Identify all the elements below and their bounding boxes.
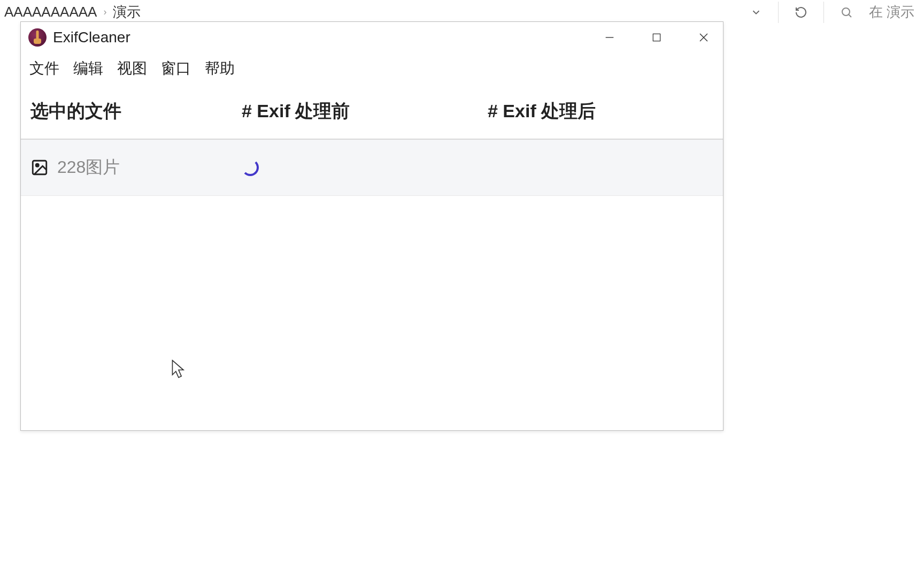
table-row[interactable]: 228图片 xyxy=(21,140,723,196)
exif-before-cell xyxy=(242,159,488,176)
app-window: ExifCleaner 文件 编辑 视图 窗口 xyxy=(20,21,723,431)
loading-spinner-icon xyxy=(242,159,259,176)
image-icon xyxy=(30,158,49,177)
svg-point-0 xyxy=(842,8,850,16)
menu-edit[interactable]: 编辑 xyxy=(73,58,103,79)
app-title: ExifCleaner xyxy=(53,29,602,46)
breadcrumb-segment[interactable]: 演示 xyxy=(113,3,141,21)
table-header: 选中的文件 # Exif 处理前 # Exif 处理后 xyxy=(21,88,723,140)
svg-rect-3 xyxy=(653,34,660,41)
svg-line-1 xyxy=(849,14,851,17)
chevron-right-icon: › xyxy=(103,6,106,18)
search-input[interactable]: 在 演示 xyxy=(869,3,914,21)
breadcrumb-segment[interactable]: AAAAAAAAAA xyxy=(4,4,97,20)
maximize-button[interactable] xyxy=(649,30,664,45)
file-table: 选中的文件 # Exif 处理前 # Exif 处理后 228图片 xyxy=(21,88,723,196)
titlebar[interactable]: ExifCleaner xyxy=(21,22,723,53)
window-controls xyxy=(602,30,715,45)
menu-help[interactable]: 帮助 xyxy=(205,58,235,79)
column-header-selected-files[interactable]: 选中的文件 xyxy=(30,99,242,124)
menu-file[interactable]: 文件 xyxy=(29,58,59,79)
minimize-button[interactable] xyxy=(602,30,617,45)
menu-window[interactable]: 窗口 xyxy=(161,58,191,79)
refresh-icon[interactable] xyxy=(795,6,807,19)
close-button[interactable] xyxy=(696,30,711,45)
menubar: 文件 编辑 视图 窗口 帮助 xyxy=(21,53,723,88)
search-icon[interactable] xyxy=(840,6,853,19)
divider xyxy=(778,2,779,23)
explorer-address-bar: AAAAAAAAAA › 演示 在 演示 xyxy=(0,0,924,24)
column-header-exif-before[interactable]: # Exif 处理前 xyxy=(242,99,488,124)
breadcrumb[interactable]: AAAAAAAAAA › 演示 xyxy=(4,3,750,21)
chevron-down-icon[interactable] xyxy=(750,6,762,18)
file-name: 228图片 xyxy=(57,156,120,179)
app-icon xyxy=(28,28,47,47)
explorer-toolbar: 在 演示 xyxy=(750,2,920,23)
file-cell: 228图片 xyxy=(30,156,242,179)
svg-point-7 xyxy=(36,164,38,166)
divider xyxy=(823,2,824,23)
column-header-exif-after[interactable]: # Exif 处理后 xyxy=(488,99,713,124)
menu-view[interactable]: 视图 xyxy=(117,58,147,79)
